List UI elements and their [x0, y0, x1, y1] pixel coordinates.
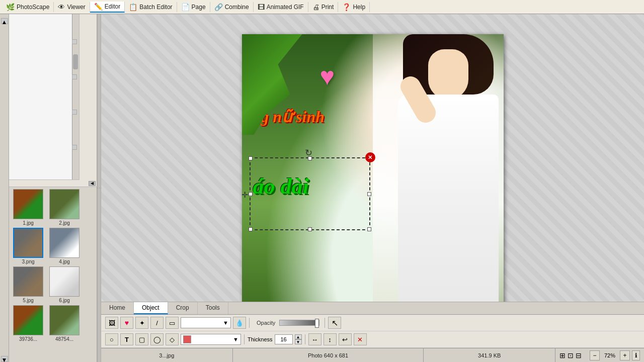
- print-icon: 🖨: [312, 3, 319, 11]
- help-icon: ❓: [342, 3, 351, 11]
- thumb-row-2: 3.png 4.jpg: [11, 228, 95, 264]
- thumb-img-3: [13, 228, 43, 258]
- thumb-item-2[interactable]: 2.jpg: [47, 189, 82, 226]
- woman-figure: [373, 34, 504, 316]
- opacity-slider[interactable]: [279, 320, 319, 326]
- scroll-thumb[interactable]: [73, 54, 78, 69]
- menu-editor[interactable]: ✏️ Editor: [90, 2, 125, 13]
- thickness-input[interactable]: [275, 334, 293, 344]
- heart-tool-btn[interactable]: ♥: [120, 317, 133, 329]
- menu-editor-label: Editor: [105, 3, 120, 10]
- resize-handle[interactable]: ⋮: [97, 14, 101, 362]
- photo-canvas: ♥ ắng nữ sinh ↻ ✕: [242, 34, 504, 316]
- thickness-up-btn[interactable]: ▲: [295, 334, 302, 339]
- tab-tools[interactable]: Tools: [198, 302, 228, 314]
- panel-toggle-btn[interactable]: ◀: [89, 181, 96, 186]
- thumb-item-8[interactable]: 48754...: [47, 305, 82, 342]
- left-scrollbar: ▲ ▼: [0, 14, 9, 362]
- shape-dropdown[interactable]: ▼: [181, 317, 231, 328]
- handle-br[interactable]: [367, 227, 371, 231]
- thumb-label-7: 39736...: [19, 336, 37, 342]
- viewer-icon: 👁: [58, 3, 65, 11]
- delete-btn[interactable]: ✕: [354, 333, 367, 345]
- thumb-img-6: [49, 266, 79, 297]
- diamond-btn[interactable]: ◇: [166, 333, 179, 345]
- handle-bl[interactable]: [249, 227, 253, 231]
- handle-tm[interactable]: [308, 156, 312, 160]
- thumb-label-5: 5.jpg: [23, 298, 34, 303]
- circle-btn[interactable]: ◯: [150, 333, 164, 345]
- thumb-item-4[interactable]: 4.jpg: [47, 228, 82, 264]
- thickness-down-btn[interactable]: ▼: [295, 339, 302, 344]
- menu-viewer-label: Viewer: [67, 4, 85, 11]
- cursor-select-btn[interactable]: ↖: [328, 317, 341, 329]
- zoom-fit-icon[interactable]: ⊟: [576, 351, 582, 359]
- thumb-img-7: [13, 305, 43, 335]
- tab-crop[interactable]: Crop: [168, 302, 198, 314]
- rotate-left-btn[interactable]: ↩: [339, 333, 352, 345]
- scroll-up-btn[interactable]: ▲: [1, 18, 8, 24]
- handle-bm[interactable]: [308, 227, 312, 231]
- move-cross-icon: ✛: [242, 190, 248, 200]
- zoom-in-btn[interactable]: +: [620, 350, 630, 360]
- menu-print[interactable]: 🖨 Print: [308, 2, 339, 12]
- thumb-item-3[interactable]: 3.png: [11, 228, 45, 264]
- scroll-marker-1: [72, 39, 77, 44]
- zoom-info-btn[interactable]: ℹ: [632, 350, 640, 360]
- menu-print-label: Print: [321, 4, 334, 11]
- text-ao-dai[interactable]: áo dài: [253, 173, 309, 199]
- combine-icon: 🔗: [214, 3, 223, 11]
- handle-ml[interactable]: [249, 192, 253, 196]
- menu-page[interactable]: 📄 Page: [177, 2, 210, 12]
- canvas-area: ♥ ắng nữ sinh ↻ ✕: [101, 14, 644, 362]
- menu-photoscope[interactable]: 🌿 PhotoScape: [2, 2, 54, 12]
- selection-close-btn[interactable]: ✕: [365, 152, 375, 162]
- photo-tool-btn[interactable]: 🖼: [105, 317, 118, 329]
- handle-mr[interactable]: [367, 192, 371, 196]
- thumb-item-7[interactable]: 39736...: [11, 305, 45, 342]
- main-layout: ▲ ▼ ◀ 1.jpg: [0, 14, 644, 362]
- menu-viewer[interactable]: 👁 Viewer: [54, 2, 90, 12]
- thumb-item-5[interactable]: 5.jpg: [11, 266, 45, 303]
- menu-help[interactable]: ❓ Help: [338, 2, 370, 12]
- menu-combine[interactable]: 🔗 Combine: [210, 2, 254, 12]
- tab-object[interactable]: Object: [134, 302, 168, 314]
- status-filename: 3...jpg: [101, 348, 233, 362]
- grid-icon[interactable]: ⊞: [559, 351, 566, 359]
- menu-animgif[interactable]: 🎞 Animated GIF: [254, 2, 308, 12]
- color-dropdown[interactable]: ▼: [181, 334, 241, 345]
- handle-tl[interactable]: [249, 156, 253, 160]
- eyedrop-tool-btn[interactable]: 💧: [233, 317, 246, 329]
- bottom-toolbar: Home Object Crop Tools 🖼 ♥ ✦ / ▭: [101, 302, 644, 348]
- thumb-img-8: [49, 305, 79, 335]
- menu-bar: 🌿 PhotoScape 👁 Viewer ✏️ Editor 📋 Batch …: [0, 0, 644, 14]
- tabs: Home Object Crop Tools: [101, 302, 644, 315]
- status-filesize: 341.9 KB: [424, 348, 555, 362]
- photoscope-icon: 🌿: [6, 3, 15, 11]
- scroll-marker-4: [72, 145, 77, 150]
- menu-batch[interactable]: 📋 Batch Editor: [125, 2, 177, 12]
- oval-tool-btn[interactable]: ○: [105, 333, 118, 345]
- page-icon: 📄: [181, 3, 190, 11]
- flip-v-btn[interactable]: ↕: [324, 333, 337, 345]
- pencil-tool-btn[interactable]: /: [150, 317, 164, 329]
- tool-row-1: 🖼 ♥ ✦ / ▭ ▼ 💧 Opacity ↖: [101, 315, 644, 331]
- round-rect-btn[interactable]: ▢: [135, 333, 148, 345]
- rect-tool-btn[interactable]: ▭: [166, 317, 179, 329]
- thumb-item-6[interactable]: 6.jpg: [47, 266, 82, 303]
- thumb-img-2: [49, 189, 79, 219]
- selection-box[interactable]: ↻ ✕ ✛ áo dài: [250, 157, 370, 230]
- flip-h-btn[interactable]: ↔: [308, 333, 321, 345]
- scroll-down-btn[interactable]: ▼: [1, 356, 8, 362]
- fit-icon[interactable]: ⊡: [568, 351, 574, 359]
- tab-home[interactable]: Home: [101, 302, 134, 314]
- opacity-handle[interactable]: [315, 319, 319, 328]
- thumb-img-1: [13, 189, 43, 219]
- zoom-out-btn[interactable]: −: [590, 350, 600, 360]
- menu-combine-label: Combine: [225, 4, 249, 11]
- wand-tool-btn[interactable]: ✦: [135, 317, 148, 329]
- text-tool-btn[interactable]: T: [120, 333, 133, 345]
- tool-row-2: ○ T ▢ ◯ ◇ ▼ Thickness ▲ ▼ ↔ ↕ ↩: [101, 331, 644, 348]
- thumb-item-1[interactable]: 1.jpg: [11, 189, 45, 226]
- thumbnail-list: 1.jpg 2.jpg 3.png 4.jpg: [9, 187, 97, 362]
